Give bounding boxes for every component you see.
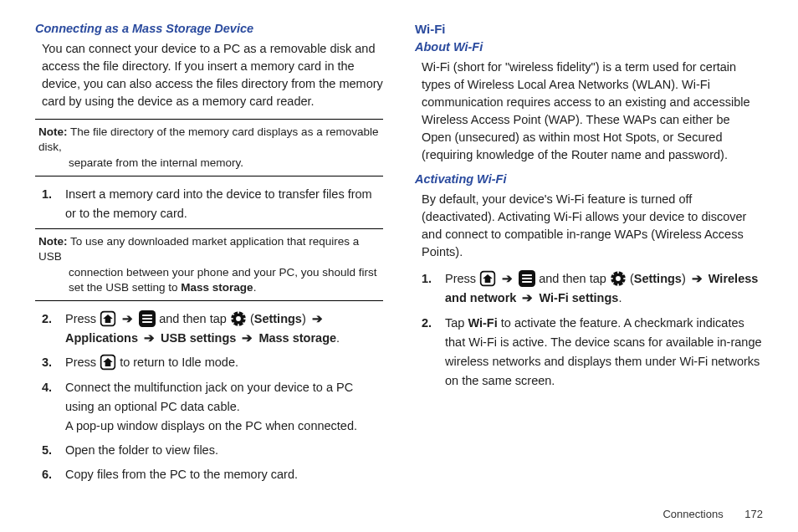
step-item: 1. Insert a memory card into the device … [42,185,383,223]
right-column: Wi-Fi About Wi-Fi Wi-Fi (short for "wire… [415,22,763,489]
gear-icon [230,310,247,327]
left-column: Connecting as a Mass Storage Device You … [35,22,383,489]
about-wifi-text: Wi-Fi (short for "wireless fidelity") is… [415,59,763,164]
menu-icon [139,310,156,327]
step-body: Tap Wi-Fi to activate the feature. A che… [445,314,763,391]
step-item: 4. Connect the multifunction jack on you… [42,378,383,437]
step-number: 1. [42,185,65,223]
note-text-line2: separate from the internal memory. [38,156,380,171]
footer-section: Connections [662,508,723,520]
svg-rect-3 [142,315,152,316]
gear-icon [610,270,627,287]
note-box-1: Note: The file directory of the memory c… [35,119,383,176]
home-icon [479,270,496,287]
step-body: Press to return to Idle mode. [65,353,383,372]
step-item: 2. Tap Wi-Fi to activate the feature. A … [422,314,763,391]
step-item: 6. Copy files from the PC to the memory … [42,465,383,484]
page-footer: Connections 172 [662,508,763,520]
svg-rect-9 [238,324,239,326]
svg-rect-10 [230,318,233,320]
step-number: 2. [422,314,445,391]
heading-mass-storage: Connecting as a Mass Storage Device [35,22,383,35]
heading-about-wifi: About Wi-Fi [415,40,763,54]
step-item: 1. Press ➔ and then tap (Settings) ➔ Wir… [422,269,763,308]
svg-rect-4 [142,318,152,320]
step-item: 2. Press ➔ and then tap (Settings) ➔ App… [42,309,383,348]
step-body: Press ➔ and then tap (Settings) ➔ Applic… [65,309,383,348]
footer-page-number: 172 [744,508,763,520]
heading-wifi: Wi-Fi [415,22,763,36]
arrow-icon: ➔ [141,331,157,345]
arrow-icon: ➔ [689,272,705,285]
svg-rect-27 [617,284,619,286]
home-icon [100,354,116,371]
step-number: 6. [42,465,65,484]
step-item: 3. Press to return to Idle mode. [42,353,383,372]
step-number: 2. [42,309,65,348]
arrow-icon: ➔ [239,331,255,345]
note-text: To use any downloaded market application… [38,235,359,263]
note-text-line2: connection between your phone and your P… [38,265,380,295]
note-box-2: Note: To use any downloaded market appli… [35,228,383,301]
note-text: The file directory of the memory card di… [38,125,378,153]
step-number: 1. [422,269,445,308]
step-body: Open the folder to view files. [65,441,383,460]
svg-point-7 [236,316,241,321]
heading-activating-wifi: Activating Wi-Fi [415,172,763,186]
step-body: Insert a memory card into the device to … [65,185,383,223]
home-icon [100,310,116,327]
svg-rect-22 [522,278,532,279]
step-number: 3. [42,353,65,372]
step-number: 5. [42,441,65,460]
arrow-icon: ➔ [519,291,535,304]
step-item: 5. Open the folder to view files. [42,441,383,460]
menu-icon [519,270,535,287]
svg-rect-21 [522,274,532,276]
svg-rect-28 [610,278,612,279]
note-label: Note: [38,235,68,248]
mass-storage-intro: You can connect your device to a PC as a… [35,40,383,110]
arrow-icon: ➔ [309,312,325,325]
step-number: 4. [42,378,65,437]
arrow-icon: ➔ [499,272,515,285]
svg-rect-23 [522,281,532,283]
arrow-icon: ➔ [120,312,136,325]
svg-point-25 [616,276,621,281]
note-label: Note: [38,125,68,138]
step-body: Press ➔ and then tap (Settings) ➔ Wirele… [445,269,763,308]
step-body: Copy files from the PC to the memory car… [65,465,383,484]
activating-wifi-text: By default, your device's Wi-Fi feature … [415,191,763,261]
svg-rect-5 [142,321,152,323]
svg-rect-26 [617,271,619,274]
step-body: Connect the multifunction jack on your d… [65,378,383,437]
svg-rect-8 [238,310,239,313]
